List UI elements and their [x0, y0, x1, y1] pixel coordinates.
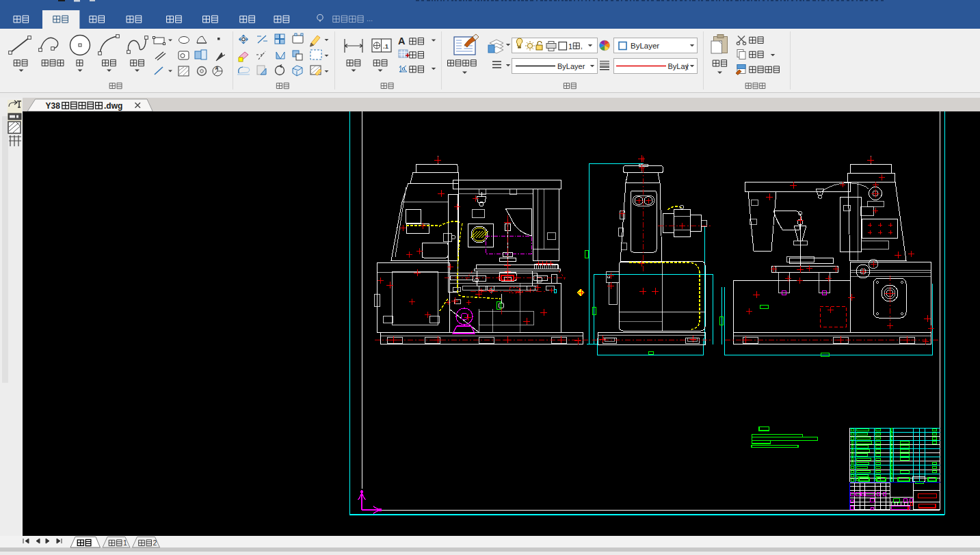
svg-text:1: 1 [568, 42, 572, 51]
svg-text:.dwg: .dwg [104, 101, 122, 111]
svg-text:...: ... [367, 14, 373, 23]
svg-text:2: 2 [153, 539, 157, 547]
svg-text:A: A [398, 36, 406, 46]
svg-text:1: 1 [123, 539, 127, 547]
svg-text:A: A [215, 66, 219, 70]
svg-text:(: ( [687, 63, 689, 70]
svg-text:,: , [581, 42, 583, 50]
svg-text:Y38: Y38 [46, 101, 61, 111]
svg-text:.1: .1 [383, 42, 389, 50]
svg-text:ByLayer: ByLayer [557, 62, 585, 70]
svg-text:ByLayer: ByLayer [631, 42, 659, 50]
